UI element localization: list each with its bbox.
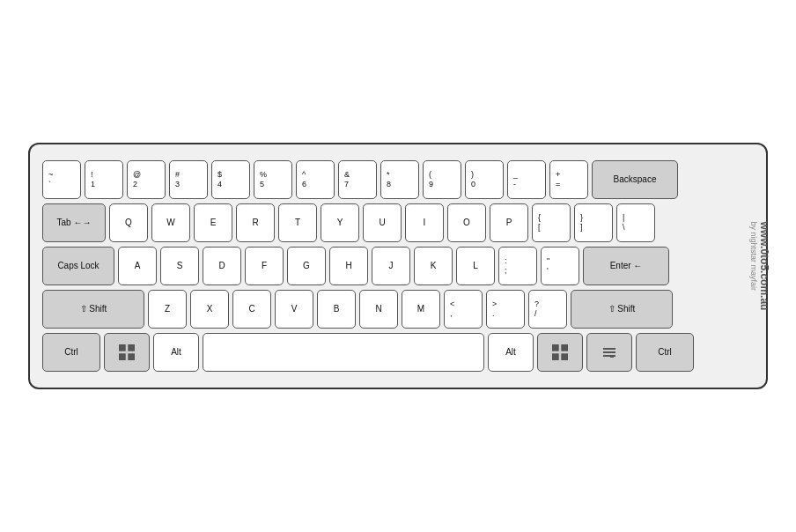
keyboard-row-row2: Tab ←→QWERTYUIOP{[}]|\ [42,203,754,242]
key-7[interactable]: &7 [338,160,377,199]
key-quote[interactable]: "' [541,247,579,285]
keyboard-row-row5: Ctrl AltAlt Ctrl [42,333,754,372]
watermark-main: www.0to5.com.au [759,222,771,311]
svg-rect-11 [610,357,614,358]
keyboard-wrapper: ~`!1@2#3$4%5^6&7*8(9)0_-+=BackspaceTab ←… [28,143,768,389]
key-s[interactable]: S [160,247,199,285]
key-semicolon[interactable]: :; [498,247,537,285]
key-8[interactable]: *8 [380,160,419,199]
watermark-sub: by nightstar mayfair [750,222,759,311]
key-1[interactable]: !1 [85,160,123,199]
key-rwin[interactable] [537,333,583,372]
key-lalt[interactable]: Alt [153,333,199,372]
key-f[interactable]: F [245,247,284,285]
key-m[interactable]: M [402,290,440,329]
key-equal[interactable]: += [549,160,588,199]
key-slash[interactable]: ?/ [528,290,567,329]
svg-rect-2 [119,353,126,360]
key-d[interactable]: D [203,247,241,285]
svg-rect-7 [561,353,568,360]
key-comma[interactable]: <, [444,290,483,329]
key-y[interactable]: Y [321,203,359,242]
keyboard: ~`!1@2#3$4%5^6&7*8(9)0_-+=BackspaceTab ←… [28,143,768,389]
key-w[interactable]: W [151,203,190,242]
key-4[interactable]: $4 [211,160,250,199]
svg-rect-6 [552,353,559,360]
key-g[interactable]: G [287,247,326,285]
svg-rect-1 [128,344,135,351]
key-3[interactable]: #3 [169,160,208,199]
key-backspace[interactable]: Backspace [592,160,678,199]
key-rbracket[interactable]: }] [574,203,613,242]
svg-rect-9 [603,351,615,353]
key-i[interactable]: I [405,203,444,242]
key-j[interactable]: J [372,247,410,285]
key-space[interactable] [203,333,484,372]
key-5[interactable]: %5 [254,160,292,199]
keyboard-row-row3: Caps LockASDFGHJKL:;"'Enter ← [42,247,754,285]
svg-rect-5 [561,344,568,351]
key-l[interactable]: L [456,247,495,285]
key-lbracket[interactable]: {[ [532,203,571,242]
key-tab[interactable]: Tab ←→ [42,203,106,242]
key-lshift[interactable]: ⇧ Shift [42,290,144,329]
key-2[interactable]: @2 [127,160,166,199]
key-menu[interactable] [586,333,632,372]
key-k[interactable]: K [414,247,453,285]
key-b[interactable]: B [317,290,356,329]
key-p[interactable]: P [490,203,528,242]
key-r[interactable]: R [236,203,275,242]
key-period[interactable]: >. [486,290,525,329]
key-enter[interactable]: Enter ← [583,247,669,285]
key-lctrl[interactable]: Ctrl [42,333,100,372]
key-a[interactable]: A [118,247,157,285]
watermark: www.0to5.com.au by nightstar mayfair [750,222,771,311]
key-9[interactable]: (9 [423,160,461,199]
key-x[interactable]: X [190,290,229,329]
svg-rect-0 [119,344,126,351]
key-lwin[interactable] [104,333,150,372]
key-rctrl[interactable]: Ctrl [636,333,694,372]
key-h[interactable]: H [329,247,368,285]
svg-rect-10 [603,355,615,357]
key-u[interactable]: U [363,203,402,242]
keyboard-row-row1: ~`!1@2#3$4%5^6&7*8(9)0_-+=Backspace [42,160,754,199]
svg-rect-8 [603,348,615,350]
svg-rect-3 [128,353,135,360]
keyboard-row-row4: ⇧ ShiftZXCVBNM<,>.?/⇧ Shift [42,290,754,329]
key-c[interactable]: C [232,290,271,329]
key-t[interactable]: T [278,203,317,242]
key-6[interactable]: ^6 [296,160,335,199]
key-capslock[interactable]: Caps Lock [42,247,114,285]
key-rshift[interactable]: ⇧ Shift [571,290,673,329]
svg-rect-4 [552,344,559,351]
key-e[interactable]: E [194,203,232,242]
key-v[interactable]: V [275,290,313,329]
key-o[interactable]: O [447,203,486,242]
key-z[interactable]: Z [148,290,187,329]
key-ralt[interactable]: Alt [488,333,534,372]
key-0[interactable]: )0 [465,160,504,199]
key-backtick[interactable]: ~` [42,160,81,199]
key-backslash[interactable]: |\ [616,203,655,242]
key-n[interactable]: N [359,290,398,329]
key-q[interactable]: Q [109,203,148,242]
key-minus[interactable]: _- [507,160,546,199]
